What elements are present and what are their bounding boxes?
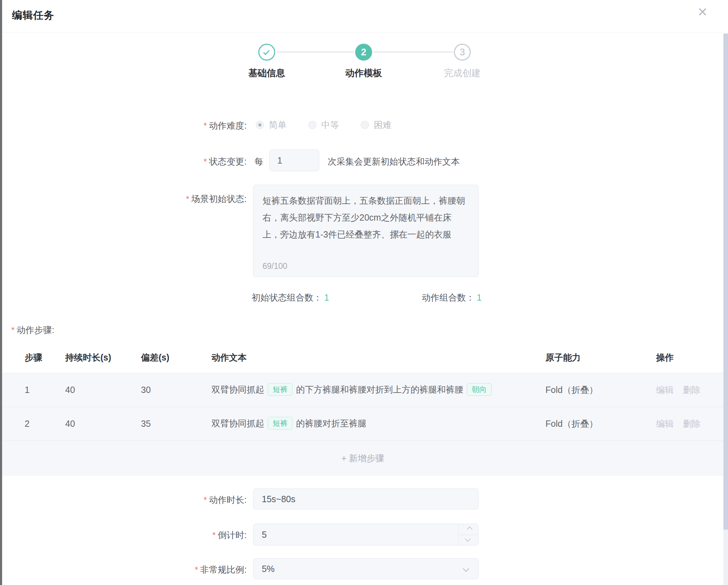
initial-combos-value: 1 [324, 292, 329, 302]
scrollbar[interactable] [723, 33, 728, 585]
required-asterisk: * [195, 565, 198, 574]
decrease-button[interactable] [459, 535, 478, 546]
step-3-indicator: 3 [454, 44, 471, 61]
radio-label: 简单 [269, 119, 286, 131]
cell-action-text: 双臂协同抓起短裤的裤腰对折至裤腿 [211, 418, 545, 430]
col-header-step: 步骤 [25, 352, 65, 363]
action-duration-value: 15s~80s [262, 489, 295, 509]
required-asterisk: * [186, 194, 189, 204]
state-change-suffix: 次采集会更新初始状态和动作文本 [328, 156, 460, 167]
action-duration-input[interactable]: 15s~80s [253, 488, 479, 510]
difficulty-label: *动作难度: [0, 120, 247, 131]
cell-offset: 35 [141, 419, 211, 429]
col-header-duration: 持续时长(s) [65, 352, 141, 363]
close-icon[interactable]: × [698, 4, 707, 20]
increase-button[interactable] [459, 524, 478, 535]
delete-link[interactable]: 删除 [683, 418, 701, 430]
cell-duration: 40 [65, 419, 141, 429]
required-asterisk: * [11, 325, 14, 335]
required-asterisk: * [204, 495, 207, 505]
step-connector-2 [373, 51, 453, 53]
number-spinner [458, 524, 478, 545]
radio-unselected-icon [308, 121, 316, 129]
countdown-input[interactable]: 5 [253, 524, 479, 546]
char-counter: 69/100 [263, 261, 287, 271]
action-steps-table: 步骤 持续时长(s) 偏差(s) 动作文本 原子能力 操作 1 40 30 双臂… [2, 342, 723, 476]
step-connector-1 [276, 51, 354, 53]
unusual-ratio-value: 5% [262, 559, 274, 579]
action-combos-label: 动作组合数： [422, 292, 475, 302]
cell-duration: 40 [65, 385, 141, 395]
action-steps-label: *动作步骤: [11, 324, 54, 336]
action-duration-label: *动作时长: [0, 494, 247, 506]
initial-combos: 初始状态组合数：1 [252, 292, 329, 303]
col-header-offset: 偏差(s) [141, 352, 211, 363]
required-asterisk: * [212, 530, 216, 540]
state-change-label: *状态变更: [0, 156, 247, 167]
object-tag: 短裤 [268, 417, 292, 430]
cell-ability: Fold（折叠） [545, 384, 656, 396]
cell-ability: Fold（折叠） [545, 418, 656, 430]
add-step-button[interactable]: + 新增步骤 [2, 441, 723, 476]
cell-step: 1 [25, 385, 65, 395]
dialog-header: 编辑任务 × [2, 0, 723, 33]
state-change-prefix: 每 [254, 156, 263, 167]
radio-label: 中等 [321, 119, 339, 131]
radio-selected-icon [256, 121, 264, 129]
table-row: 2 40 35 双臂协同抓起短裤的裤腰对折至裤腿 Fold（折叠） 编辑 删除 [2, 407, 723, 441]
step-3-label: 完成创建 [417, 67, 508, 79]
radio-option-hard[interactable]: 困难 [361, 119, 391, 131]
radio-option-easy[interactable]: 简单 [256, 119, 286, 131]
unusual-ratio-select[interactable]: 5% [253, 558, 479, 579]
radio-label: 困难 [374, 119, 391, 131]
chevron-down-icon [463, 565, 469, 572]
cell-step: 2 [25, 419, 65, 429]
state-change-input[interactable] [269, 149, 319, 171]
countdown-label: *倒计时: [0, 529, 247, 541]
action-combos: 动作组合数：1 [422, 292, 482, 303]
check-icon [263, 48, 269, 55]
required-asterisk: * [204, 121, 207, 130]
cell-operations: 编辑 删除 [656, 418, 723, 430]
scene-initial-state-textarea[interactable]: 短裤五条数据背面朝上，五条数据正面朝上，裤腰朝右，离头部视野下方至少20cm之外… [253, 185, 479, 277]
action-combos-value: 1 [477, 292, 482, 302]
edit-link[interactable]: 编辑 [656, 384, 674, 396]
radio-option-medium[interactable]: 中等 [308, 119, 339, 131]
textarea-value: 短裤五条数据背面朝上，五条数据正面朝上，裤腰朝右，离头部视野下方至少20cm之外… [263, 192, 469, 243]
col-header-action-text: 动作文本 [211, 352, 545, 363]
step-2-indicator: 2 [355, 44, 372, 61]
step-1-indicator [258, 44, 275, 61]
radio-unselected-icon [361, 121, 369, 129]
cell-operations: 编辑 删除 [656, 384, 723, 396]
delete-link[interactable]: 删除 [683, 384, 701, 396]
step-1-label: 基础信息 [221, 67, 313, 79]
cell-offset: 30 [141, 385, 211, 395]
required-asterisk: * [204, 157, 207, 166]
step-3-number: 3 [459, 47, 465, 58]
edit-link[interactable]: 编辑 [656, 418, 674, 430]
cell-action-text: 双臂协同抓起短裤的下方裤腿和裤腰对折到上方的裤腿和裤腰朝向 [211, 384, 545, 396]
object-tag: 短裤 [268, 383, 292, 396]
difficulty-radio-group: 简单 中等 困难 [256, 119, 391, 131]
unusual-ratio-label: *非常规比例: [0, 564, 247, 575]
step-2-number: 2 [361, 47, 366, 58]
step-2-label: 动作模板 [318, 67, 409, 79]
scrollbar-thumb[interactable] [723, 33, 728, 530]
chevron-up-icon [467, 526, 473, 532]
col-header-ability: 原子能力 [545, 352, 656, 363]
table-row: 1 40 30 双臂协同抓起短裤的下方裤腿和裤腰对折到上方的裤腿和裤腰朝向 Fo… [2, 373, 723, 407]
orientation-tag: 朝向 [467, 383, 492, 396]
countdown-value: 5 [262, 524, 267, 545]
page-title: 编辑任务 [12, 8, 54, 23]
chevron-down-icon [464, 536, 470, 542]
table-header-row: 步骤 持续时长(s) 偏差(s) 动作文本 原子能力 操作 [2, 342, 723, 373]
initial-combos-label: 初始状态组合数： [252, 292, 322, 302]
initial-state-label: *场景初始状态: [0, 193, 247, 205]
col-header-operations: 操作 [656, 352, 723, 363]
